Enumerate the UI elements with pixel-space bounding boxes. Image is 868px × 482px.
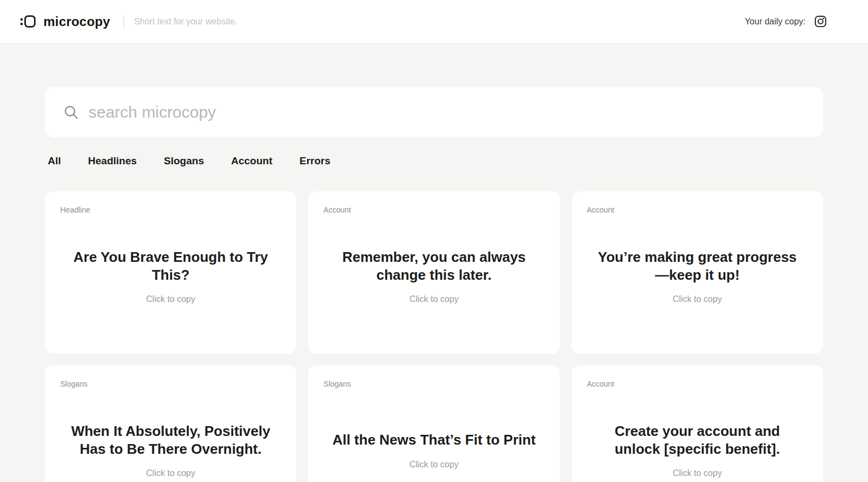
card-category: Account	[587, 380, 808, 388]
card-category: Account	[587, 205, 808, 214]
microcopy-logo-icon	[20, 14, 36, 29]
main-content: All Headlines Slogans Account Errors Hea…	[45, 87, 823, 482]
filter-tabs: All Headlines Slogans Account Errors	[45, 155, 823, 167]
copy-card[interactable]: Headline Are You Brave Enough to Try Thi…	[45, 191, 296, 354]
tab-slogans[interactable]: Slogans	[164, 155, 204, 167]
card-grid: Headline Are You Brave Enough to Try Thi…	[45, 191, 823, 482]
card-category: Account	[323, 205, 544, 214]
card-text: You’re making great progress—keep it up!	[594, 248, 800, 284]
card-text: When It Absolutely, Positively Has to Be…	[68, 422, 274, 458]
card-text: All the News That’s Fit to Print	[333, 431, 536, 449]
header: microcopy Short text for your website. Y…	[0, 0, 868, 43]
tab-all[interactable]: All	[48, 155, 61, 167]
search-input[interactable]	[79, 87, 823, 137]
click-to-copy[interactable]: Click to copy	[673, 468, 722, 478]
daily-copy-label: Your daily copy:	[745, 17, 806, 27]
click-to-copy[interactable]: Click to copy	[146, 468, 195, 478]
brand-divider	[123, 15, 124, 28]
click-to-copy[interactable]: Click to copy	[410, 294, 459, 304]
search-box	[45, 87, 823, 137]
instagram-icon[interactable]	[814, 15, 827, 28]
copy-card[interactable]: Slogans All the News That’s Fit to Print…	[308, 365, 559, 482]
card-text: Create your account and unlock [specific…	[594, 422, 800, 458]
tab-account[interactable]: Account	[231, 155, 272, 167]
copy-card[interactable]: Account Create your account and unlock […	[572, 365, 823, 482]
copy-card[interactable]: Slogans When It Absolutely, Positively H…	[45, 365, 296, 482]
click-to-copy[interactable]: Click to copy	[673, 294, 722, 304]
card-text: Are You Brave Enough to Try This?	[68, 248, 274, 284]
magnifier-icon	[63, 105, 79, 120]
tab-headlines[interactable]: Headlines	[88, 155, 137, 167]
card-category: Slogans	[323, 380, 544, 388]
brand-name: microcopy	[43, 14, 110, 29]
header-right: Your daily copy:	[745, 15, 827, 28]
card-category: Slogans	[60, 380, 281, 388]
card-category: Headline	[60, 205, 281, 214]
brand-tagline: Short text for your website.	[134, 17, 237, 27]
copy-card[interactable]: Account You’re making great progress—kee…	[572, 191, 823, 354]
tab-errors[interactable]: Errors	[299, 155, 330, 167]
copy-card[interactable]: Account Remember, you can always change …	[308, 191, 559, 354]
click-to-copy[interactable]: Click to copy	[146, 294, 195, 304]
click-to-copy[interactable]: Click to copy	[410, 460, 459, 470]
card-text: Remember, you can always change this lat…	[331, 248, 537, 284]
brand[interactable]: microcopy Short text for your website.	[20, 14, 237, 29]
